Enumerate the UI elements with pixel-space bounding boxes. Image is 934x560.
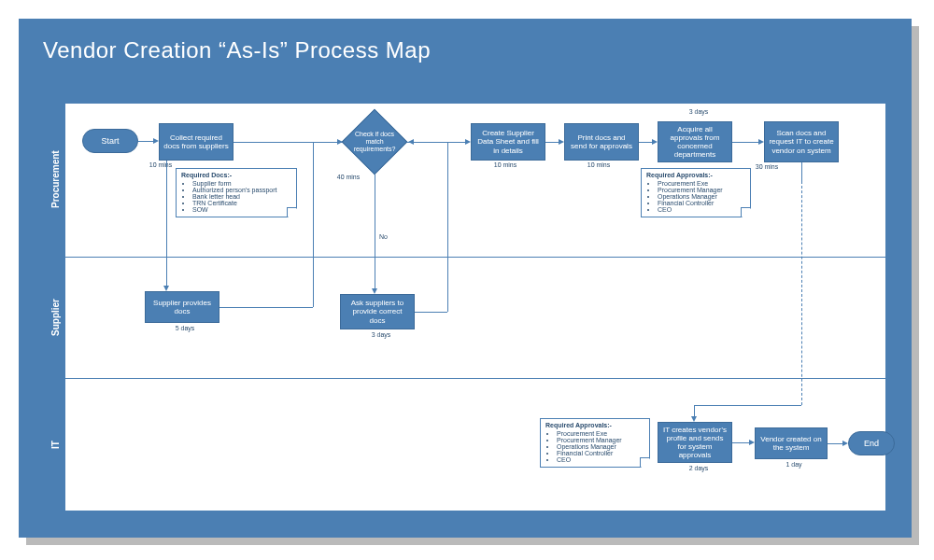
lane-border (65, 103, 885, 104)
lane-border (65, 257, 885, 258)
decision-check-docs: Check if docs match requirements? (342, 109, 407, 175)
box-scan-request: Scan docs and request IT to create vendo… (764, 121, 839, 162)
note-item: Procurement Manager (658, 187, 745, 193)
connector (694, 405, 801, 406)
lane-border (65, 378, 885, 379)
note-item: Procurement Exe (557, 430, 644, 437)
box-vendor-created: Vendor created on the system (755, 427, 828, 459)
connector (313, 142, 314, 307)
note-title: Required Docs:- (181, 172, 291, 178)
box-acquire-approvals: Acquire all approvals from concerned dep… (658, 121, 732, 162)
note-item: CEO (658, 206, 745, 213)
timing-acquire: 3 days (680, 108, 717, 116)
box-create-sheet: Create Supplier Data Sheet and fill in d… (471, 123, 545, 161)
connector (801, 162, 802, 181)
label-no: No (379, 233, 388, 240)
note-item: Financial Controller (658, 200, 745, 206)
timing-print: 10 mins (585, 161, 613, 169)
connector (732, 442, 751, 443)
start-terminator: Start (82, 129, 138, 153)
page-title: Vendor Creation “As-Is” Process Map (19, 19, 912, 63)
lane-procurement: Procurement (45, 103, 65, 257)
note-title: Required Approvals:- (646, 172, 745, 178)
box-supplier-provides: Supplier provides docs (145, 291, 219, 323)
timing-collect: 10 mins (147, 161, 175, 169)
timing-supplier: 5 days (166, 325, 204, 332)
timing-check: 40 mins (334, 174, 362, 181)
timing-create: 10 mins (491, 161, 519, 169)
connector (234, 142, 342, 143)
connector (407, 142, 467, 143)
arrow-icon (408, 139, 414, 145)
note-item: Operations Manager (557, 443, 644, 450)
note-item: Supplier form (192, 180, 291, 187)
connector-dashed (801, 181, 802, 405)
note-item: Financial Controller (557, 450, 644, 456)
note-item: TRN Certificate (192, 200, 291, 206)
note-required-approvals-proc: Required Approvals:- Procurement Exe Pro… (641, 168, 751, 217)
connector (415, 312, 447, 313)
note-item: Operations Manager (658, 193, 745, 200)
connector (219, 307, 313, 308)
note-required-approvals-it: Required Approvals:- Procurement Exe Pro… (540, 418, 650, 468)
note-item: Procurement Manager (557, 437, 644, 443)
timing-ask: 3 days (362, 331, 400, 339)
note-item: SOW (192, 206, 291, 213)
lane-border (65, 511, 885, 511)
end-terminator: End (848, 431, 895, 455)
box-ask-correct: Ask suppliers to provide correct docs (340, 294, 415, 329)
timing-vendor: 1 day (775, 461, 813, 469)
box-collect-docs: Collect required docs from suppliers (159, 123, 234, 161)
note-item: CEO (557, 456, 644, 463)
lane-supplier: Supplier (45, 257, 65, 378)
connector (732, 142, 760, 143)
lane-it: IT (45, 378, 65, 511)
flowchart-canvas: Procurement Supplier IT Start Collect re… (45, 103, 885, 511)
note-item: Bank letter head (192, 193, 291, 200)
timing-scan: 30 mins (753, 163, 781, 171)
connector (166, 161, 167, 287)
connector (375, 175, 375, 290)
note-title: Required Approvals:- (545, 422, 644, 428)
note-item: Authorized person's passport (192, 187, 291, 193)
connector (447, 142, 448, 312)
slide-frame: Vendor Creation “As-Is” Process Map Proc… (19, 19, 912, 538)
note-required-docs: Required Docs:- Supplier form Authorized… (176, 168, 297, 217)
note-item: Procurement Exe (658, 180, 745, 187)
box-print-send: Print docs and send for approvals (564, 123, 639, 161)
box-it-creates: IT creates vendor’s profile and sends fo… (658, 422, 732, 463)
timing-it: 2 days (680, 465, 717, 472)
